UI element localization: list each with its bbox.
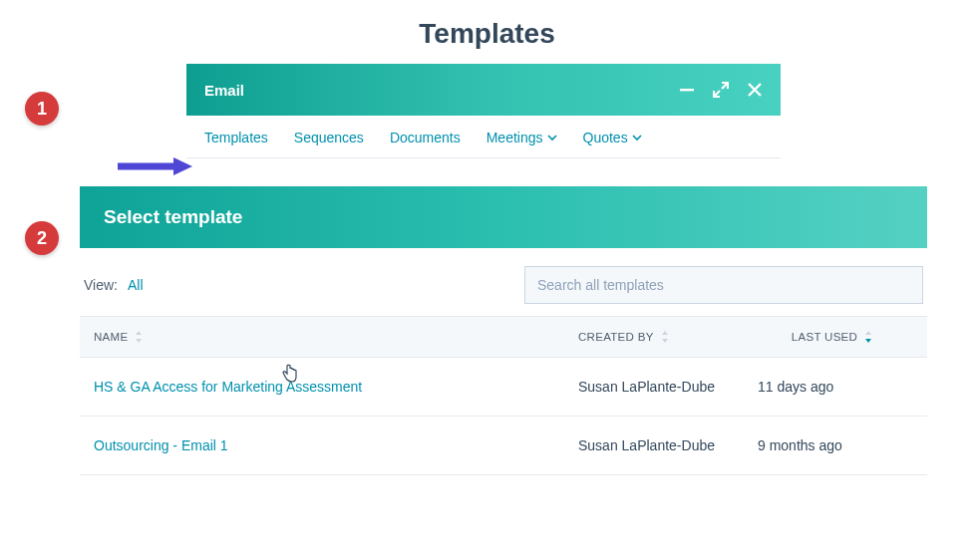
table-header: NAME CREATED BY LAST USED: [80, 316, 927, 358]
arrow-annotation: [118, 157, 192, 175]
sort-icon: [660, 331, 670, 343]
svg-marker-2: [173, 157, 192, 175]
column-last-used[interactable]: LAST USED: [738, 331, 927, 343]
email-tabs: Templates Sequences Documents Meetings Q…: [186, 116, 781, 158]
chevron-down-icon: [632, 133, 642, 142]
column-created-by[interactable]: CREATED BY: [578, 331, 738, 343]
close-icon[interactable]: [747, 82, 763, 98]
tab-templates[interactable]: Templates: [204, 130, 268, 145]
tab-meetings-label: Meetings: [487, 130, 543, 145]
template-name-link[interactable]: HS & GA Access for Marketing Assessment: [80, 379, 578, 395]
step-badge-2: 2: [25, 221, 59, 255]
column-name[interactable]: NAME: [80, 331, 578, 343]
tab-meetings[interactable]: Meetings: [487, 130, 557, 145]
svg-rect-0: [680, 89, 694, 91]
sort-icon: [134, 331, 144, 343]
view-filter[interactable]: All: [128, 277, 148, 293]
column-last-used-label: LAST USED: [792, 331, 857, 343]
email-compose-header: Email: [186, 64, 781, 116]
column-created-by-label: CREATED BY: [578, 331, 654, 343]
column-name-label: NAME: [94, 331, 128, 343]
tab-quotes-label: Quotes: [583, 130, 628, 145]
panel-header: Select template: [80, 186, 927, 248]
table-row[interactable]: HS & GA Access for Marketing Assessment …: [80, 358, 927, 417]
minimize-icon[interactable]: [679, 82, 695, 98]
table-row[interactable]: Outsourcing - Email 1 Susan LaPlante-Dub…: [80, 417, 927, 475]
tab-quotes[interactable]: Quotes: [583, 130, 642, 145]
chevron-down-icon: [547, 133, 557, 142]
step-badge-1: 1: [25, 92, 59, 126]
view-filter-value: All: [128, 277, 144, 293]
page-title: Templates: [0, 0, 974, 64]
view-label: View:: [84, 277, 118, 293]
expand-icon[interactable]: [713, 82, 729, 98]
tab-documents[interactable]: Documents: [390, 130, 461, 145]
sort-icon: [863, 331, 873, 343]
last-used-cell: 9 months ago: [738, 437, 927, 453]
last-used-cell: 11 days ago: [738, 379, 927, 395]
tab-sequences[interactable]: Sequences: [294, 130, 364, 145]
template-name-link[interactable]: Outsourcing - Email 1: [80, 437, 578, 453]
created-by-cell: Susan LaPlante-Dube: [578, 378, 738, 396]
created-by-cell: Susan LaPlante-Dube: [578, 436, 738, 454]
search-input[interactable]: [524, 266, 923, 304]
email-title: Email: [204, 82, 244, 99]
